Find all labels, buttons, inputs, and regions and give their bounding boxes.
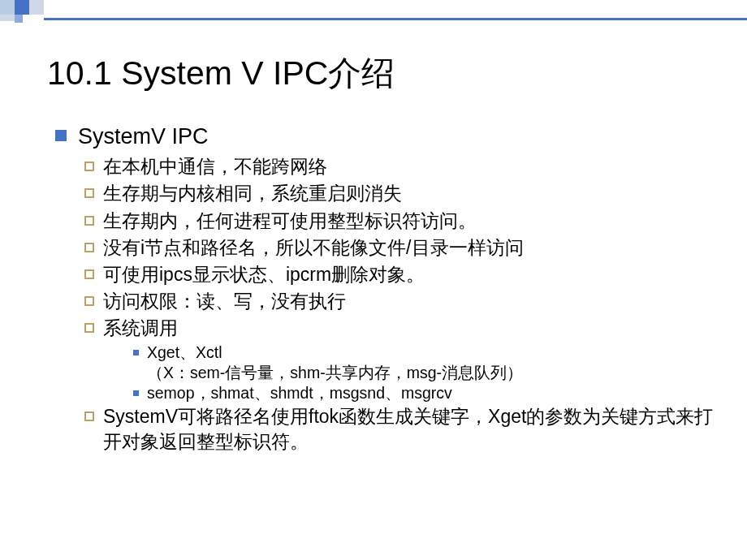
bullet-text: 生存期内，任何进程可使用整型标识符访问。 bbox=[103, 209, 477, 234]
list-item: SystemV可将路径名使用ftok函数生成关键字，Xget的参数为关键方式来打… bbox=[84, 404, 721, 454]
list-item: 生存期内，任何进程可使用整型标识符访问。 bbox=[84, 209, 721, 234]
bullet-text: SystemV可将路径名使用ftok函数生成关键字，Xget的参数为关键方式来打… bbox=[103, 404, 721, 454]
bullet-text: semop，shmat、shmdt，msgsnd、msgrcv bbox=[147, 383, 452, 403]
bullet-outline-square-icon bbox=[84, 411, 94, 421]
list-item: 在本机中通信，不能跨网络 bbox=[84, 154, 721, 179]
list-item: 可使用ipcs显示状态、ipcrm删除对象。 bbox=[84, 262, 721, 287]
bullet-text: 在本机中通信，不能跨网络 bbox=[103, 154, 327, 179]
bullet-outline-square-icon bbox=[84, 323, 94, 333]
list-item: 没有i节点和路径名，所以不能像文件/目录一样访问 bbox=[84, 235, 721, 261]
deco-line bbox=[44, 18, 747, 20]
slide-decoration bbox=[0, 0, 747, 21]
bullet-outline-square-icon bbox=[84, 162, 94, 171]
slide-content: SystemV IPC 在本机中通信，不能跨网络 生存期与内核相同，系统重启则消… bbox=[55, 122, 721, 456]
list-item-continuation: （X：sem-信号量，shm-共享内存，msg-消息队列） bbox=[147, 363, 721, 383]
bullet-small-square-icon bbox=[133, 350, 139, 355]
bullet-text: 可使用ipcs显示状态、ipcrm删除对象。 bbox=[103, 262, 425, 287]
bullet-text: 没有i节点和路径名，所以不能像文件/目录一样访问 bbox=[103, 235, 524, 261]
deco-square bbox=[0, 15, 15, 21]
bullet-small-square-icon bbox=[133, 390, 139, 396]
list-item: 系统调用 bbox=[84, 316, 721, 341]
bullet-outline-square-icon bbox=[84, 296, 94, 306]
bullet-text: 访问权限：读、写，没有执行 bbox=[103, 289, 346, 314]
list-item: Xget、Xctl bbox=[133, 342, 721, 363]
list-item: semop，shmat、shmdt，msgsnd、msgrcv bbox=[133, 383, 721, 403]
bullet-text: 系统调用 bbox=[103, 316, 178, 341]
bullet-outline-square-icon bbox=[84, 216, 94, 226]
bullet-outline-square-icon bbox=[84, 269, 94, 279]
bullet-text: Xget、Xctl bbox=[147, 342, 222, 363]
deco-square bbox=[0, 0, 15, 15]
list-item: SystemV IPC bbox=[55, 122, 721, 151]
bullet-outline-square-icon bbox=[84, 188, 94, 198]
list-item: 访问权限：读、写，没有执行 bbox=[84, 289, 721, 314]
deco-square bbox=[15, 15, 23, 23]
section-header: SystemV IPC bbox=[78, 122, 209, 151]
bullet-text: 生存期与内核相同，系统重启则消失 bbox=[103, 181, 402, 206]
slide-title: 10.1 System V IPC介绍 bbox=[47, 51, 395, 96]
deco-square bbox=[29, 0, 44, 15]
list-item: 生存期与内核相同，系统重启则消失 bbox=[84, 181, 721, 206]
bullet-square-icon bbox=[55, 130, 67, 141]
deco-square bbox=[15, 0, 29, 15]
bullet-text: （X：sem-信号量，shm-共享内存，msg-消息队列） bbox=[147, 363, 721, 383]
bullet-outline-square-icon bbox=[84, 243, 94, 252]
